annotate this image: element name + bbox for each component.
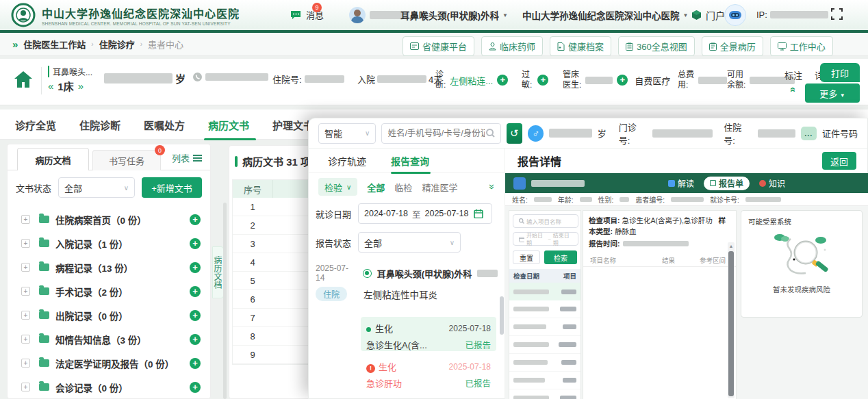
ai-assistant-button[interactable] (724, 4, 746, 26)
exam-row[interactable] (509, 318, 580, 336)
reset-button[interactable]: 重置 (513, 250, 540, 264)
viewer-nav-report-sheet[interactable]: 报告单 (704, 177, 750, 190)
list-view-toggle[interactable]: 列表 (172, 151, 202, 164)
add-record-button[interactable]: + (190, 262, 201, 273)
report-item-alert[interactable]: !生化2025-07-18 急诊肝功已报告 (361, 355, 496, 389)
add-record-button[interactable]: + (190, 214, 201, 225)
hospital-selector[interactable]: 中山大学孙逸仙纪念医院深汕中心医院 ▼ (522, 8, 688, 22)
tree-item-case-front[interactable]: +住院病案首页（0 份）+ (8, 207, 210, 231)
home-button[interactable] (14, 70, 33, 91)
breadcrumb-item-workstation[interactable]: 住院医生工作站 (23, 38, 86, 51)
tab-medical-records[interactable]: 病历文书 (208, 118, 249, 132)
expand-icon[interactable]: + (21, 287, 30, 296)
tree-item-progress[interactable]: +病程记录（13 份）+ (8, 255, 210, 279)
expand-icon[interactable]: + (21, 359, 30, 368)
refresh-button[interactable]: ↺ (507, 123, 522, 144)
prev-bed-icon[interactable]: « (48, 80, 53, 92)
expand-icon[interactable]: + (21, 215, 30, 224)
exam-row[interactable] (509, 300, 580, 318)
more-info-pill[interactable]: ... (801, 127, 817, 140)
scroll-up-icon[interactable]: ▲ (728, 242, 735, 250)
category-select[interactable]: 检验 ∨ (318, 178, 357, 196)
back-button[interactable]: 返回 (822, 152, 856, 170)
result-scroll-thumb[interactable] (728, 251, 734, 396)
panorama-emr-button[interactable]: 全景病历 (702, 36, 763, 56)
next-bed-icon[interactable]: » (78, 80, 84, 92)
report-status-select[interactable]: 全部∨ (358, 232, 461, 253)
tab-orders[interactable]: 医嘱处方 (144, 118, 185, 132)
expand-icon[interactable]: + (21, 335, 30, 344)
search-mode-select[interactable]: 智能∨ (318, 123, 376, 144)
report-item-selected[interactable]: 生化2025-07-18 急诊生化A(含...已报告 (361, 317, 496, 351)
tab-report-query[interactable]: 报告查询 (391, 154, 429, 168)
date-range-picker[interactable]: 2024-07-18 至 2025-07-18 (358, 203, 492, 224)
add-doctor-button[interactable]: + (617, 75, 628, 86)
messages-button[interactable]: 消息 9 (290, 8, 324, 21)
exam-row[interactable] (509, 372, 580, 389)
filter-precision[interactable]: 精准医学 (422, 181, 457, 194)
report-name: 急诊生化A(含... (366, 338, 427, 351)
tree-item-legal[interactable]: +法定医学证明及报告（0 份）+ (8, 351, 210, 375)
print-button[interactable]: 打印 (820, 63, 860, 82)
expand-icon[interactable]: + (21, 239, 30, 248)
sidebar-tab-documents[interactable]: 病历文档 (17, 148, 89, 170)
add-record-button[interactable]: + (190, 334, 201, 345)
search-submit-button[interactable]: 检索 (544, 250, 577, 264)
expand-icon[interactable]: + (21, 383, 30, 391)
tree-item-consultation[interactable]: +会诊记录（0 份）+ (8, 375, 210, 399)
patient-search-box[interactable] (381, 123, 500, 144)
add-document-button[interactable]: +新增文书 (142, 177, 202, 198)
clinical-pharmacist-button[interactable]: 临床药师 (481, 36, 543, 56)
breadcrumb-item-inpatient[interactable]: 住院诊疗 (99, 38, 135, 51)
report-item[interactable]: 生化2025-07-17 血气全套已报告 (361, 392, 496, 399)
panel-splitter[interactable] (223, 203, 227, 399)
tab-visit-track[interactable]: 诊疗轨迹 (328, 154, 366, 168)
expand-filters-icon[interactable]: » (487, 184, 498, 190)
tree-item-surgery[interactable]: +手术记录（2 份）+ (8, 279, 210, 303)
expand-icon[interactable]: + (21, 263, 30, 272)
exam-row[interactable] (509, 354, 580, 372)
viewer-nav-knowledge[interactable]: 知识 (759, 177, 785, 189)
holo-view-360-button[interactable]: 360全息视图 (618, 36, 695, 56)
exam-row[interactable] (509, 389, 580, 399)
search-icon[interactable] (486, 129, 495, 138)
exam-date-range[interactable]: 开始日期 ~ 结束日期 (513, 232, 578, 246)
patient-search-input[interactable] (387, 129, 485, 138)
department-selector[interactable]: 耳鼻喉头颈(甲状腺)外科 ▼ (400, 8, 508, 22)
result-scrollbar[interactable]: ▲ (728, 242, 735, 398)
exam-search-box[interactable]: 输入项目名称 (513, 214, 578, 228)
tree-item-consent[interactable]: +知情告知信息（3 份）+ (8, 327, 210, 351)
viewer-nav-interpret[interactable]: 解读 (668, 177, 694, 189)
visit-header[interactable]: 2025-07-14 耳鼻喉头颈(甲状腺)外科 (309, 258, 505, 284)
tab-overview[interactable]: 诊疗全览 (15, 118, 56, 132)
bed-selector[interactable]: 耳鼻喉头... « 1床 » (48, 66, 92, 93)
add-record-button[interactable]: + (190, 358, 201, 369)
health-records-button[interactable]: 健康档案 (550, 36, 611, 56)
vertical-panel-tab[interactable]: 病历文档 (212, 246, 224, 298)
add-record-button[interactable]: + (190, 310, 201, 321)
expand-icon[interactable]: + (21, 311, 30, 320)
add-allergy-button[interactable]: + (537, 75, 548, 86)
provincial-health-platform-button[interactable]: 省健康平台 (403, 36, 474, 56)
portal-button[interactable]: 门户 (691, 8, 725, 22)
add-diagnosis-button[interactable]: + (497, 75, 508, 86)
work-center-button[interactable]: 工作中心 (770, 36, 833, 56)
tree-item-discharge[interactable]: +出院记录（0 份）+ (8, 303, 210, 327)
exam-row[interactable] (509, 336, 580, 354)
filter-routine[interactable]: 临检 (394, 181, 412, 194)
query-column-scrollbar[interactable] (500, 296, 504, 335)
exam-row-selected[interactable] (509, 283, 580, 300)
diagnosis-value[interactable]: 左侧粘连... (450, 74, 493, 87)
mark-toggle[interactable]: 标注 « (784, 68, 802, 96)
fullscreen-button[interactable] (831, 8, 843, 23)
filter-all[interactable]: 全部 (367, 181, 385, 194)
add-record-button[interactable]: + (190, 286, 201, 297)
tab-inpatient-diagnosis[interactable]: 住院诊断 (79, 118, 120, 132)
doc-status-select[interactable]: 全部∨ (58, 177, 135, 198)
more-button[interactable]: 更多 ▼ (805, 83, 860, 103)
add-record-button[interactable]: + (190, 382, 201, 393)
visit-radio-selected[interactable] (363, 269, 372, 278)
sidebar-tab-tasks[interactable]: 书写任务 0 (92, 150, 161, 170)
tree-item-admission[interactable]: +入院记录（1 份）+ (8, 231, 210, 255)
add-record-button[interactable]: + (190, 238, 201, 249)
